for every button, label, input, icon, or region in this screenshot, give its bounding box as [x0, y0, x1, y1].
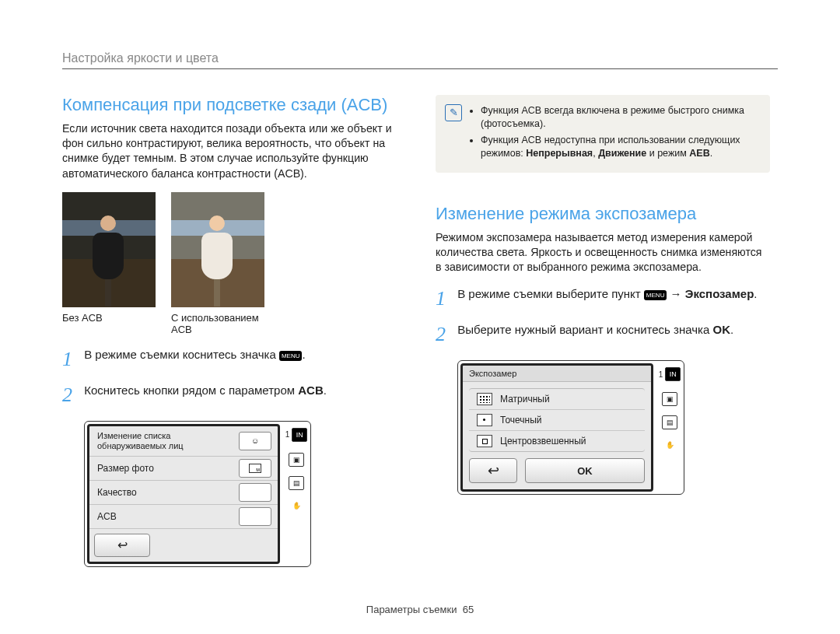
sample-row: Без ACB С использованием ACB	[62, 192, 397, 335]
step-number: 1	[62, 348, 81, 371]
page-footer: Параметры съемки 65	[0, 604, 840, 615]
sample-no-acb: Без ACB	[62, 192, 156, 335]
device-mock-acb: Изменение списка обнаруживаемых лиц ☺ Ра…	[84, 421, 311, 567]
left-column: Компенсация при подсветке сзади (ACB) Ес…	[62, 95, 397, 567]
left-step-2: 2 Коснитесь кнопки рядом с параметром AC…	[62, 384, 397, 407]
step-number: 1	[436, 287, 454, 310]
device-sidebar: 1IN ▣ ▤ ✋	[656, 361, 684, 494]
step-text: В режиме съемки коснитесь значка MENU.	[84, 348, 305, 361]
sidebar-icon[interactable]: ▤	[662, 415, 677, 429]
right-step-2: 2 Выберите нужный вариант и коснитесь зн…	[436, 323, 770, 346]
matrix-icon	[477, 393, 492, 405]
header-rule	[62, 68, 778, 69]
metering-paragraph: Режимом экспозамера называется метод изм…	[436, 230, 770, 275]
option-center[interactable]: Центровзвешенный	[469, 431, 645, 451]
step-number: 2	[436, 323, 454, 346]
sidebar-icon[interactable]: ▤	[289, 476, 304, 490]
photo-lite	[171, 192, 264, 307]
quality-value-icon[interactable]	[239, 483, 271, 502]
storage-in-icon: IN	[292, 428, 307, 442]
caption-no-acb: Без ACB	[62, 312, 156, 324]
step-number: 2	[62, 384, 81, 407]
sidebar-icon[interactable]: ▣	[289, 453, 304, 467]
back-button[interactable]: ↩	[469, 458, 517, 483]
note-line-1: Функция ACB всегда включена в режиме быс…	[481, 104, 758, 131]
device-sidebar: 1IN ▣ ▤ ✋	[282, 422, 310, 566]
sidebar-hand-icon[interactable]: ✋	[663, 439, 677, 451]
storage-in-icon: IN	[665, 367, 681, 381]
left-step-1: 1 В режиме съемки коснитесь значка MENU.	[62, 348, 397, 371]
sidebar-hand-icon[interactable]: ✋	[289, 499, 303, 512]
acb-paragraph: Если источник света находится позади объ…	[62, 121, 397, 181]
step-text: В режиме съемки выберите пункт MENU → Эк…	[457, 287, 757, 300]
option-matrix[interactable]: Матричный	[469, 389, 645, 410]
caption-with-acb: С использованием ACB	[171, 312, 264, 335]
photo-dark	[62, 192, 156, 307]
back-button[interactable]: ↩	[94, 534, 150, 557]
sample-with-acb: С использованием ACB	[171, 192, 264, 335]
center-icon	[477, 435, 492, 447]
note-box: ✎ Функция ACB всегда включена в режиме б…	[436, 95, 770, 173]
menu-row-quality[interactable]: Качество	[89, 487, 239, 498]
step-text: Коснитесь кнопки рядом с параметром ACB.	[84, 384, 327, 397]
note-line-2: Функция ACB недоступна при использовании…	[481, 134, 758, 160]
screen-title: Экспозамер	[463, 366, 651, 382]
step-text: Выберите нужный вариант и коснитесь знач…	[457, 323, 733, 336]
menu-row-acb[interactable]: ACB	[89, 511, 239, 522]
size-value-icon[interactable]: м	[239, 459, 271, 478]
spot-icon	[477, 414, 492, 426]
ok-label: OK	[712, 323, 730, 336]
menu-icon: MENU	[279, 351, 303, 361]
right-column: ✎ Функция ACB всегда включена в режиме б…	[436, 95, 770, 567]
option-spot[interactable]: Точечный	[469, 410, 645, 431]
metering-heading: Изменение режима экспозамера	[436, 204, 770, 224]
faces-value-icon[interactable]: ☺	[239, 432, 271, 450]
sidebar-icon[interactable]: ▣	[662, 392, 677, 406]
acb-toggle-on[interactable]: ON	[239, 507, 271, 526]
menu-row-faces[interactable]: Изменение списка обнаруживаемых лиц	[89, 431, 239, 450]
page-header: Настройка яркости и цвета	[62, 51, 219, 65]
acb-heading: Компенсация при подсветке сзади (ACB)	[62, 95, 397, 115]
menu-row-size[interactable]: Размер фото	[89, 463, 239, 474]
ok-button[interactable]: OK	[525, 458, 645, 483]
device-mock-metering: Экспозамер Матричный Точечный Центров	[457, 360, 684, 495]
note-icon: ✎	[445, 104, 462, 121]
menu-icon: MENU	[644, 290, 667, 300]
right-step-1: 1 В режиме съемки выберите пункт MENU → …	[436, 287, 770, 310]
